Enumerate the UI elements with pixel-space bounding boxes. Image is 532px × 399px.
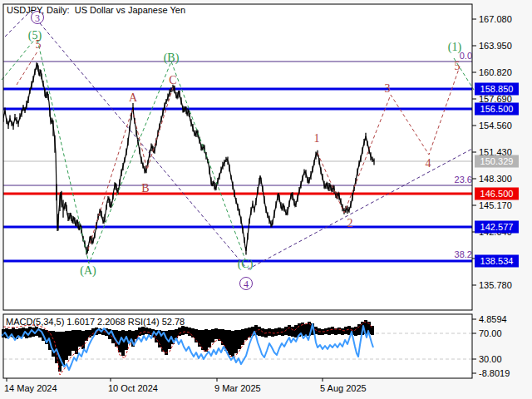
price-box-label: 150.329 — [480, 156, 514, 166]
price-axis: 167.080163.950160.820157.690154.560151.4… — [472, 14, 519, 378]
fib-label-0.0: 0.0 — [460, 51, 472, 61]
wave-label-4[interactable]: 4 — [426, 157, 431, 170]
date-label: 9 Mar 2025 — [214, 383, 261, 393]
price-box-label: 158.850 — [480, 84, 514, 94]
wave-label-(B)[interactable]: (B) — [164, 52, 180, 65]
chart-title: USDJPY, Daily: US Dollar vs Japanese Yen — [7, 5, 185, 15]
price-box-label: 156.500 — [480, 104, 514, 114]
fib-label-38.2: 38.2 — [455, 249, 472, 259]
axis-tick-label: 145.170 — [479, 200, 512, 210]
chart-canvas[interactable]: 5ABC12345(5)(A)(B)(C)(1)340.023.638.2167… — [0, 0, 532, 399]
date-label: 14 May 2024 — [4, 383, 57, 393]
indicator-values-label: MACD(5,34,5) 1.6017 2.2068 RSI(14) 52.78 — [6, 317, 185, 327]
time-axis: 14 May 202410 Oct 20249 Mar 20255 Aug 20… — [4, 378, 367, 393]
axis-tick-label: 167.080 — [479, 14, 512, 24]
axis-tick-label: 70.00 — [479, 328, 502, 338]
wave-label-2[interactable]: 2 — [347, 217, 353, 229]
wave-label-5[interactable]: 5 — [455, 60, 461, 72]
wave-label-C[interactable]: C — [169, 74, 176, 86]
price-box-label: 142.577 — [480, 222, 514, 232]
price-box-label: 138.534 — [480, 256, 514, 266]
wave-label-1[interactable]: 1 — [314, 132, 320, 145]
axis-tick-label: 163.950 — [479, 41, 512, 51]
circled-wave-label-4: 4 — [244, 278, 249, 290]
wave-label-B[interactable]: B — [141, 182, 149, 195]
trading-chart-window: 5ABC12345(5)(A)(B)(C)(1)340.023.638.2167… — [0, 0, 532, 399]
fib-label-23.6: 23.6 — [455, 175, 472, 185]
wave-label-(5)[interactable]: (5) — [28, 29, 42, 42]
axis-tick-label: -8.8019 — [479, 368, 510, 378]
axis-tick-label: 30.00 — [479, 354, 502, 364]
wave-label-(C)[interactable]: (C) — [238, 258, 254, 271]
axis-tick-label: 154.560 — [479, 121, 512, 131]
axis-tick-label: 157.690 — [479, 94, 512, 104]
axis-tick-label: 4.8594 — [479, 314, 507, 324]
price-box-label: 146.500 — [480, 189, 514, 199]
wave-label-A[interactable]: A — [129, 91, 138, 104]
date-label: 10 Oct 2024 — [108, 383, 158, 393]
wave-label-3[interactable]: 3 — [385, 82, 391, 95]
axis-tick-label: 160.820 — [479, 67, 512, 77]
axis-tick-label: 148.300 — [479, 174, 512, 184]
date-label: 5 Aug 2025 — [320, 383, 367, 393]
axis-tick-label: 135.780 — [479, 280, 512, 290]
wave-label-(A)[interactable]: (A) — [80, 264, 96, 278]
